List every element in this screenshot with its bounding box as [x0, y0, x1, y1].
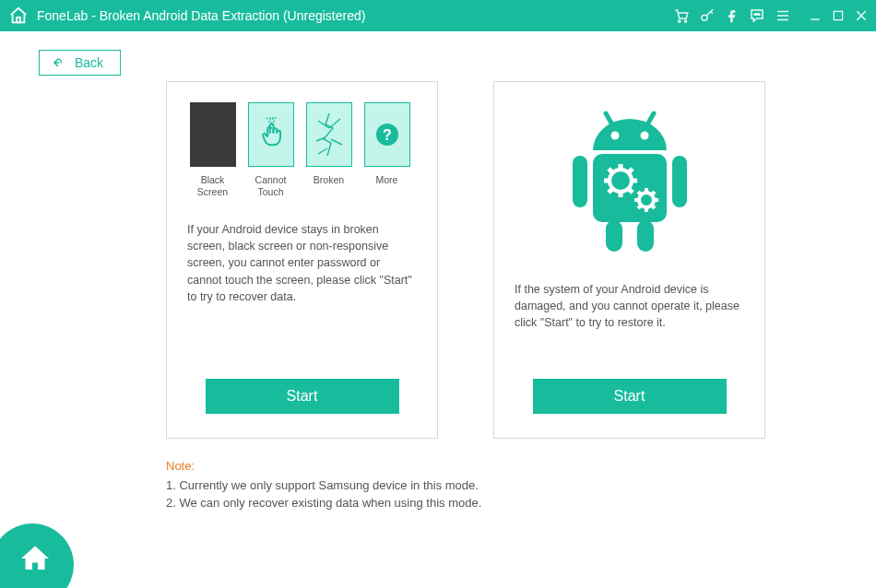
titlebar: FoneLab - Broken Android Data Extraction…: [0, 0, 876, 31]
svg-point-13: [610, 132, 619, 140]
feedback-icon[interactable]: [749, 7, 765, 24]
window-title: FoneLab - Broken Android Data Extraction…: [37, 8, 673, 23]
key-icon[interactable]: [699, 7, 716, 24]
system-damaged-card: If the system of your Android device is …: [493, 81, 765, 439]
tile-label: Black Screen: [187, 174, 238, 197]
start-system-button[interactable]: Start: [533, 379, 727, 414]
home-icon[interactable]: [7, 5, 30, 27]
window-controls: [808, 8, 869, 23]
close-icon[interactable]: [854, 8, 869, 23]
home-fab[interactable]: [0, 523, 74, 588]
svg-point-2: [684, 20, 686, 22]
tile-broken[interactable]: Broken: [303, 102, 354, 197]
maximize-icon[interactable]: [832, 9, 845, 22]
svg-rect-16: [573, 156, 587, 207]
svg-rect-0: [17, 18, 20, 23]
left-card-description: If your Android device stays in broken s…: [187, 221, 417, 305]
minimize-icon[interactable]: [808, 8, 823, 23]
black-screen-icon: [190, 102, 236, 167]
cart-icon[interactable]: [673, 7, 690, 24]
cards-container: Black Screen Cannot Touch: [166, 81, 765, 439]
facebook-icon[interactable]: [725, 8, 740, 23]
svg-line-34: [638, 192, 641, 194]
svg-point-14: [640, 132, 648, 140]
more-icon: ?: [364, 102, 410, 167]
svg-line-37: [638, 206, 641, 208]
toolbar-icons: [673, 7, 791, 24]
tile-black-screen[interactable]: Black Screen: [187, 102, 238, 197]
condition-tiles: Black Screen Cannot Touch: [187, 102, 417, 197]
note-section: Note: 1. Currently we only support Samsu…: [166, 459, 481, 513]
note-line-2: 2. We can only recover existing data whe…: [166, 496, 481, 510]
svg-line-12: [646, 113, 654, 126]
tile-cannot-touch[interactable]: Cannot Touch: [245, 102, 296, 197]
svg-rect-18: [606, 220, 622, 252]
back-button[interactable]: Back: [39, 50, 121, 76]
note-line-1: 1. Currently we only support Samsung dev…: [166, 478, 481, 492]
svg-point-3: [702, 15, 707, 20]
touch-icon: [248, 102, 294, 167]
svg-rect-17: [672, 156, 687, 207]
menu-icon[interactable]: [775, 7, 791, 24]
note-label: Note:: [166, 459, 481, 473]
tile-more[interactable]: ? More: [361, 102, 412, 197]
back-label: Back: [75, 55, 103, 70]
svg-line-25: [609, 169, 612, 172]
svg-rect-19: [637, 220, 654, 252]
svg-point-4: [754, 14, 756, 16]
back-arrow-icon: [51, 56, 65, 69]
svg-point-6: [759, 14, 761, 16]
svg-point-1: [679, 20, 681, 22]
start-broken-button[interactable]: Start: [206, 379, 399, 414]
right-card-description: If the system of your Android device is …: [515, 281, 744, 331]
tile-label: Broken: [314, 174, 344, 196]
tile-label: More: [376, 174, 398, 196]
svg-line-35: [652, 206, 655, 208]
broken-screen-card: Black Screen Cannot Touch: [166, 81, 438, 439]
home-icon: [18, 542, 52, 575]
crack-icon: [306, 102, 352, 167]
svg-point-8: [269, 119, 274, 123]
svg-rect-7: [834, 11, 842, 19]
android-gear-icon: [556, 102, 704, 259]
svg-line-28: [609, 189, 612, 193]
svg-line-36: [652, 192, 655, 194]
tile-label: Cannot Touch: [245, 174, 296, 197]
svg-text:?: ?: [383, 127, 392, 143]
svg-line-26: [629, 189, 633, 193]
svg-line-11: [606, 113, 613, 126]
svg-line-27: [629, 169, 633, 172]
svg-point-5: [756, 14, 758, 16]
